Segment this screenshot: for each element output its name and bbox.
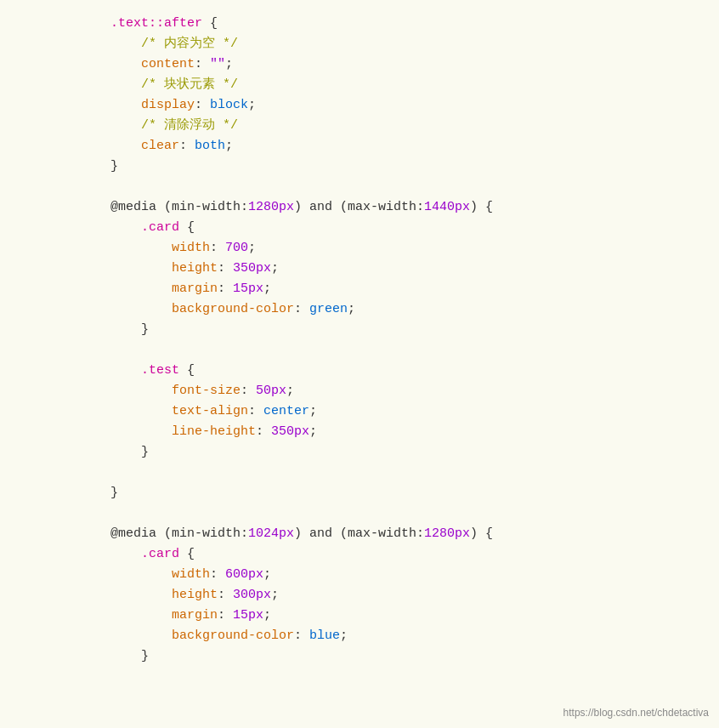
code-line: width: 700;: [110, 238, 702, 259]
code-line: }: [110, 156, 702, 177]
code-line: @media (min-width:1280px) and (max-width…: [110, 197, 702, 218]
code-line: .card {: [110, 218, 702, 238]
code-line: .test {: [110, 361, 702, 381]
code-line: text-align: center;: [110, 401, 702, 422]
code-line: height: 300px;: [110, 585, 702, 606]
code-line: }: [110, 483, 702, 503]
code-line: [110, 177, 702, 197]
code-line: @media (min-width:1024px) and (max-width…: [110, 524, 702, 544]
code-line: /* 内容为空 */: [110, 34, 702, 54]
code-line: content: "";: [110, 54, 702, 75]
code-line: [110, 463, 702, 483]
code-line: font-size: 50px;: [110, 381, 702, 401]
code-line: }: [110, 320, 702, 340]
code-line: [110, 340, 702, 361]
code-line: }: [110, 646, 702, 667]
code-line: background-color: blue;: [110, 626, 702, 646]
code-line: line-height: 350px;: [110, 422, 702, 442]
code-line: .text::after {: [110, 14, 702, 34]
code-content: .text::after { /* 内容为空 */ content: ""; /…: [0, 14, 719, 667]
code-line: /* 清除浮动 */: [110, 116, 702, 136]
code-line: [110, 503, 702, 524]
code-editor: .text::after { /* 内容为空 */ content: ""; /…: [0, 0, 719, 728]
code-line: height: 350px;: [110, 259, 702, 279]
watermark: https://blog.csdn.net/chdetactiva: [563, 705, 709, 721]
code-line: .card {: [110, 544, 702, 565]
code-line: /* 块状元素 */: [110, 75, 702, 95]
code-line: background-color: green;: [110, 299, 702, 320]
code-line: margin: 15px;: [110, 606, 702, 626]
code-line: display: block;: [110, 95, 702, 116]
code-line: }: [110, 442, 702, 463]
code-line: clear: both;: [110, 136, 702, 156]
code-line: margin: 15px;: [110, 279, 702, 299]
code-line: width: 600px;: [110, 565, 702, 585]
